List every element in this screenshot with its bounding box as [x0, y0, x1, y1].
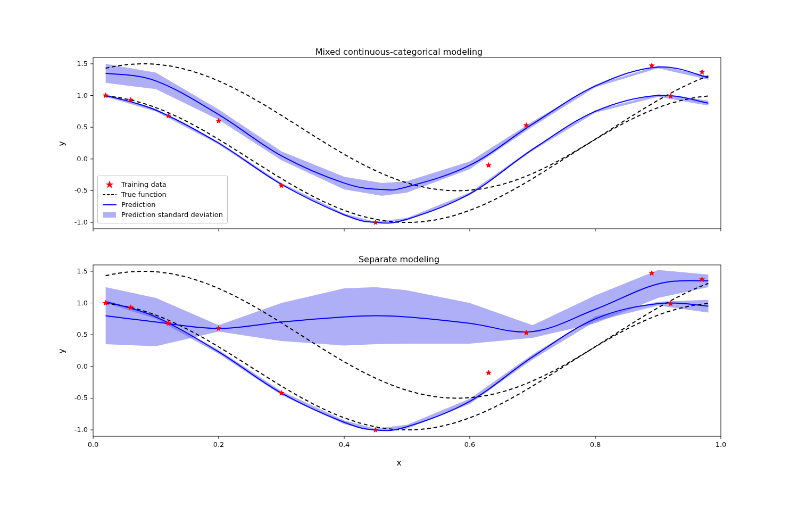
xtick-label: 0.4	[339, 440, 350, 448]
ytick-label: 1.5	[77, 60, 88, 68]
ytick-label: -1.0	[74, 426, 88, 434]
legend-item-pred: Prediction	[102, 200, 223, 210]
ytick-label: 0.5	[77, 123, 88, 131]
ytick-label: 0.0	[77, 362, 88, 370]
subplot2-xlabel: x	[396, 458, 401, 468]
xtick-label: 0.2	[213, 440, 225, 448]
ytick-label: 1.5	[77, 267, 88, 275]
ytick-label: -1.0	[74, 218, 88, 226]
ytick-label: -0.5	[74, 394, 88, 402]
subplot2-title: Separate modeling	[359, 254, 439, 264]
legend-item-band: Prediction standard deviation	[102, 210, 223, 220]
legend: Training data True function Prediction P…	[97, 176, 228, 223]
xtick-label: 1.0	[716, 440, 727, 448]
xtick-label: 0.6	[464, 440, 476, 448]
legend-label: Prediction	[121, 201, 156, 209]
legend-label: True function	[121, 190, 167, 198]
figure: Mixed continuous-categorical modeling -1…	[0, 0, 798, 532]
legend-label: Prediction standard deviation	[121, 211, 223, 219]
xtick-label: 0.8	[590, 440, 601, 448]
ytick-label: -0.5	[74, 186, 88, 194]
subplot1-canvas: -1.0-0.50.00.51.01.50.00.20.40.60.81.0-1…	[0, 0, 798, 532]
ytick-label: 1.0	[77, 92, 88, 99]
subplot1-ylabel: y	[56, 141, 66, 146]
subplot2-ylabel: y	[56, 348, 66, 353]
xtick-label: 0.0	[88, 440, 99, 448]
legend-item-training: Training data	[102, 179, 223, 189]
legend-item-true: True function	[102, 189, 223, 200]
legend-label: Training data	[121, 180, 167, 188]
ytick-label: 0.0	[77, 155, 88, 163]
svg-rect-5	[103, 212, 116, 218]
ytick-label: 0.5	[77, 330, 88, 338]
ytick-label: 1.0	[77, 299, 88, 307]
svg-marker-2	[105, 181, 114, 188]
